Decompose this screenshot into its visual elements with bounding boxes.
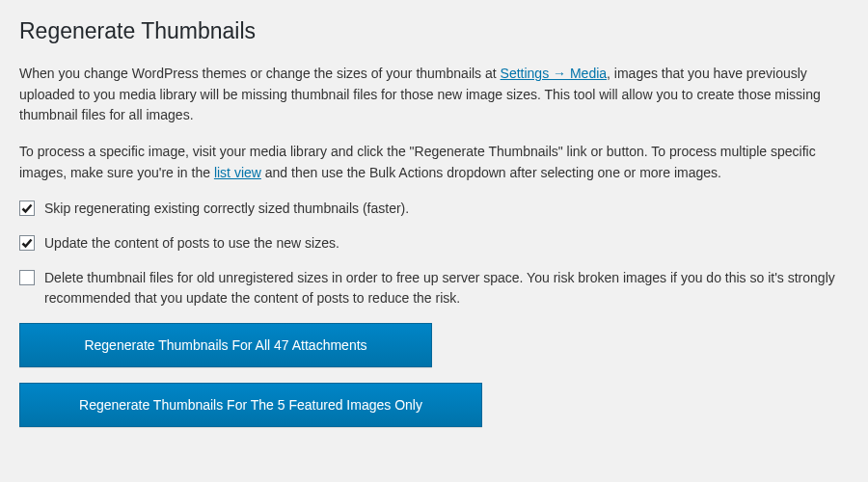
option-delete-row: Delete thumbnail files for old unregiste… bbox=[19, 268, 849, 309]
check-icon bbox=[21, 237, 33, 249]
check-icon bbox=[21, 202, 33, 214]
settings-media-link[interactable]: Settings → Media bbox=[501, 66, 608, 81]
option-update-row: Update the content of posts to use the n… bbox=[19, 233, 849, 254]
process-paragraph: To process a specific image, visit your … bbox=[19, 142, 849, 183]
option-skip-row: Skip regenerating existing correctly siz… bbox=[19, 199, 849, 220]
update-checkbox[interactable] bbox=[19, 235, 35, 251]
list-view-link[interactable]: list view bbox=[214, 165, 261, 180]
skip-label: Skip regenerating existing correctly siz… bbox=[44, 199, 849, 220]
process-text-2: and then use the Bulk Actions dropdown a… bbox=[261, 165, 721, 180]
regenerate-all-button[interactable]: Regenerate Thumbnails For All 47 Attachm… bbox=[19, 323, 432, 367]
regenerate-featured-button[interactable]: Regenerate Thumbnails For The 5 Featured… bbox=[19, 383, 482, 427]
update-label: Update the content of posts to use the n… bbox=[44, 233, 849, 254]
page-title: Regenerate Thumbnails bbox=[19, 17, 849, 46]
skip-checkbox[interactable] bbox=[19, 201, 35, 216]
intro-text-1: When you change WordPress themes or chan… bbox=[19, 66, 501, 81]
delete-checkbox[interactable] bbox=[19, 270, 35, 285]
delete-label: Delete thumbnail files for old unregiste… bbox=[44, 268, 849, 309]
intro-paragraph: When you change WordPress themes or chan… bbox=[19, 64, 849, 126]
